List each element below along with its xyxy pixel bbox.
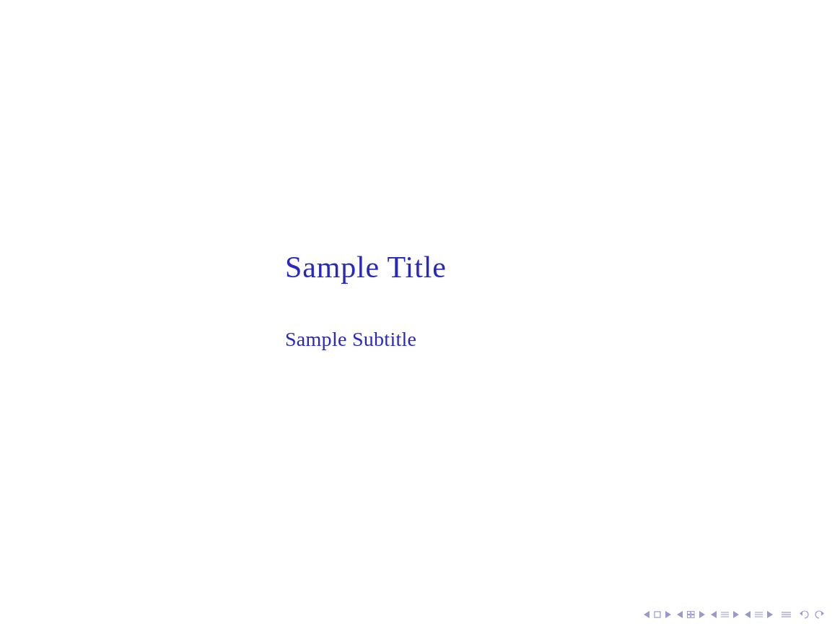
svg-marker-2 xyxy=(665,611,671,618)
svg-rect-7 xyxy=(691,615,694,618)
svg-marker-3 xyxy=(677,611,683,618)
nav-group-item xyxy=(709,610,740,619)
slide-container: Sample Title Sample Subtitle xyxy=(0,0,840,629)
nav-group-slide xyxy=(642,610,673,619)
next-item-icon[interactable] xyxy=(732,610,740,619)
svg-rect-6 xyxy=(688,615,691,618)
bottom-toolbar xyxy=(0,600,840,629)
svg-marker-9 xyxy=(711,611,717,618)
item-list-icon[interactable] xyxy=(719,610,730,619)
next-slide-icon[interactable] xyxy=(664,610,673,619)
svg-rect-1 xyxy=(655,612,660,617)
svg-marker-13 xyxy=(733,611,739,618)
svg-marker-14 xyxy=(745,611,751,618)
slide-box-icon[interactable] xyxy=(652,610,662,619)
nav-group-section xyxy=(675,610,706,619)
slide-title: Sample Title xyxy=(285,250,447,285)
next-subitem-icon[interactable] xyxy=(766,610,774,619)
menu-icon[interactable] xyxy=(780,610,792,619)
prev-item-icon[interactable] xyxy=(709,610,718,619)
section-grid-icon[interactable] xyxy=(686,610,696,619)
svg-marker-22 xyxy=(800,612,802,616)
redo-icon[interactable] xyxy=(813,610,826,620)
prev-subitem-icon[interactable] xyxy=(743,610,752,619)
prev-section-icon[interactable] xyxy=(675,610,684,619)
undo-icon[interactable] xyxy=(798,610,810,620)
svg-marker-18 xyxy=(767,611,773,618)
prev-slide-icon[interactable] xyxy=(642,610,651,619)
svg-marker-23 xyxy=(821,612,824,616)
next-section-icon[interactable] xyxy=(698,610,706,619)
svg-marker-8 xyxy=(699,611,705,618)
svg-rect-5 xyxy=(691,612,694,615)
slide-content: Sample Title Sample Subtitle xyxy=(0,0,840,600)
nav-group-subitem xyxy=(743,610,774,619)
slide-subtitle: Sample Subtitle xyxy=(285,328,416,351)
svg-rect-4 xyxy=(688,612,691,615)
svg-marker-0 xyxy=(644,611,649,618)
subitem-list-icon[interactable] xyxy=(753,610,764,619)
